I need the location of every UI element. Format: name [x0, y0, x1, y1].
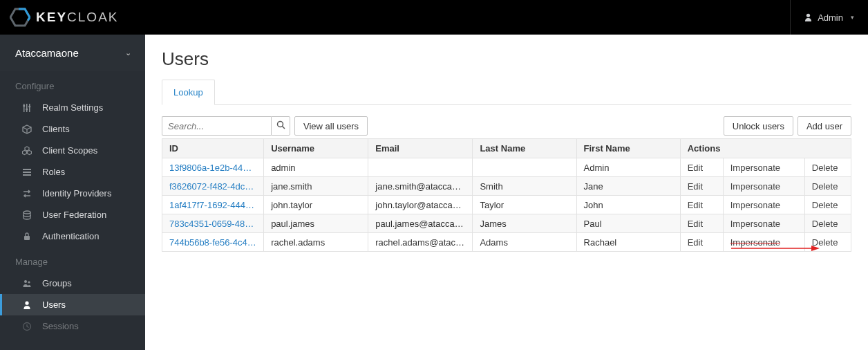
- svg-point-19: [28, 281, 30, 283]
- brand[interactable]: KEYCLOAK: [0, 8, 119, 27]
- cube-icon: [21, 125, 32, 134]
- edit-user-button[interactable]: Edit: [680, 158, 723, 177]
- table-header-last-name[interactable]: Last Name: [473, 139, 576, 158]
- search-input[interactable]: [162, 116, 271, 136]
- impersonate-user-button[interactable]: Impersonate: [723, 196, 804, 214]
- user-id-cell: 13f9806a-1e2b-442d-…: [162, 158, 264, 177]
- user-email-cell: jane.smith@ataccam…: [368, 177, 473, 196]
- add-user-button[interactable]: Add user: [798, 116, 851, 136]
- database-icon: [21, 210, 32, 220]
- edit-user-button[interactable]: Edit: [680, 177, 723, 196]
- page-title: Users: [162, 48, 851, 70]
- svg-rect-14: [23, 172, 31, 173]
- table-header-id[interactable]: ID: [162, 139, 264, 158]
- svg-point-8: [28, 105, 30, 107]
- user-id-link[interactable]: 744b56b8-fe56-4c43-…: [169, 237, 256, 248]
- tabs: Lookup: [162, 80, 851, 105]
- sidebar-item-groups[interactable]: Groups: [0, 273, 145, 294]
- header-user-menu[interactable]: Admin ▾: [790, 0, 868, 35]
- user-id-link[interactable]: f3626072-f482-4dcc-…: [169, 181, 256, 192]
- user-lastname-cell: [473, 158, 576, 177]
- svg-marker-10: [25, 147, 29, 151]
- svg-rect-15: [23, 174, 31, 176]
- realm-selector[interactable]: Ataccamaone ⌄: [0, 35, 145, 71]
- svg-point-2: [806, 14, 810, 17]
- user-id-cell: f3626072-f482-4dcc-…: [162, 177, 264, 196]
- sidebar-item-authentication[interactable]: Authentication: [0, 225, 145, 247]
- sidebar-item-user-federation[interactable]: User Federation: [0, 204, 145, 225]
- sidebar-item-realm-settings[interactable]: Realm Settings: [0, 97, 145, 118]
- toolbar: View all users Unlock users Add user: [162, 116, 851, 136]
- sidebar-item-clients[interactable]: Clients: [0, 118, 145, 140]
- user-email-cell: rachel.adams@atacc…: [368, 233, 473, 252]
- delete-user-button[interactable]: Delete: [804, 196, 851, 214]
- clock-icon: [21, 322, 32, 331]
- group-icon: [21, 279, 32, 288]
- delete-user-button[interactable]: Delete: [804, 177, 851, 196]
- user-email-cell: john.taylor@ataccam…: [368, 196, 473, 214]
- delete-user-button[interactable]: Delete: [804, 233, 851, 252]
- user-lastname-cell: Taylor: [473, 196, 576, 214]
- user-username-cell: admin: [264, 158, 368, 177]
- sidebar-item-roles[interactable]: Roles: [0, 161, 145, 183]
- sidebar-item-client-scopes[interactable]: Client Scopes: [0, 140, 145, 161]
- view-all-users-button[interactable]: View all users: [294, 116, 368, 136]
- tab-lookup[interactable]: Lookup: [162, 80, 215, 105]
- svg-rect-5: [29, 104, 30, 112]
- sidebar-item-identity-providers[interactable]: Identity Providers: [0, 183, 145, 204]
- sliders-icon: [21, 103, 32, 113]
- users-table: ID Username Email Last Name First Name A…: [162, 138, 851, 252]
- search-icon: [276, 120, 285, 131]
- sidebar-item-label: Authentication: [42, 231, 99, 241]
- user-id-link[interactable]: 13f9806a-1e2b-442d-…: [169, 163, 256, 173]
- user-firstname-cell: Admin: [576, 158, 680, 177]
- user-firstname-cell: Jane: [576, 177, 680, 196]
- sidebar-section-manage: Manage: [0, 247, 145, 273]
- svg-marker-12: [28, 150, 32, 154]
- svg-point-7: [26, 108, 28, 110]
- table-row: 13f9806a-1e2b-442d-…adminAdminEditImpers…: [162, 158, 851, 177]
- delete-user-button[interactable]: Delete: [804, 214, 851, 233]
- user-email-cell: [368, 158, 473, 177]
- user-firstname-cell: Paul: [576, 214, 680, 233]
- table-header-actions: Actions: [680, 139, 851, 158]
- user-id-link[interactable]: 783c4351-0659-487c-…: [169, 219, 256, 229]
- user-id-cell: 1af417f7-1692-444d-…: [162, 196, 264, 214]
- search-button[interactable]: [271, 116, 290, 136]
- impersonate-user-button[interactable]: Impersonate: [723, 233, 804, 252]
- sidebar-item-label: Client Scopes: [42, 145, 97, 156]
- delete-user-button[interactable]: Delete: [804, 158, 851, 177]
- sidebar-item-label: Realm Settings: [42, 102, 103, 113]
- svg-marker-11: [23, 150, 27, 154]
- user-username-cell: john.taylor: [264, 196, 368, 214]
- svg-rect-17: [24, 236, 30, 240]
- table-row: f3626072-f482-4dcc-…jane.smithjane.smith…: [162, 177, 851, 196]
- chevron-down-icon: ⌄: [125, 48, 131, 57]
- table-header-first-name[interactable]: First Name: [576, 139, 680, 158]
- list-icon: [21, 167, 32, 177]
- impersonate-user-button[interactable]: Impersonate: [723, 158, 804, 177]
- unlock-users-button[interactable]: Unlock users: [724, 116, 793, 136]
- sidebar-item-sessions[interactable]: Sessions: [0, 315, 145, 337]
- sidebar: Ataccamaone ⌄ Configure Realm Settings C…: [0, 35, 145, 350]
- user-id-link[interactable]: 1af417f7-1692-444d-…: [169, 200, 256, 210]
- svg-line-23: [282, 127, 285, 129]
- table-row: 783c4351-0659-487c-…paul.jamespaul.james…: [162, 214, 851, 233]
- sidebar-item-label: Sessions: [42, 321, 79, 331]
- impersonate-user-button[interactable]: Impersonate: [723, 177, 804, 196]
- svg-point-16: [23, 211, 30, 214]
- edit-user-button[interactable]: Edit: [680, 196, 723, 214]
- sidebar-item-users[interactable]: Users: [0, 294, 145, 315]
- impersonate-user-button[interactable]: Impersonate: [723, 214, 804, 233]
- user-email-cell: paul.james@ataccam…: [368, 214, 473, 233]
- table-header-email[interactable]: Email: [368, 139, 473, 158]
- exchange-icon: [21, 189, 32, 199]
- svg-point-6: [23, 104, 25, 107]
- user-lastname-cell: Smith: [473, 177, 576, 196]
- edit-user-button[interactable]: Edit: [680, 233, 723, 252]
- header-user-label: Admin: [818, 12, 843, 23]
- edit-user-button[interactable]: Edit: [680, 214, 723, 233]
- svg-point-22: [277, 122, 283, 127]
- table-header-username[interactable]: Username: [264, 139, 368, 158]
- sidebar-item-label: Identity Providers: [42, 188, 111, 199]
